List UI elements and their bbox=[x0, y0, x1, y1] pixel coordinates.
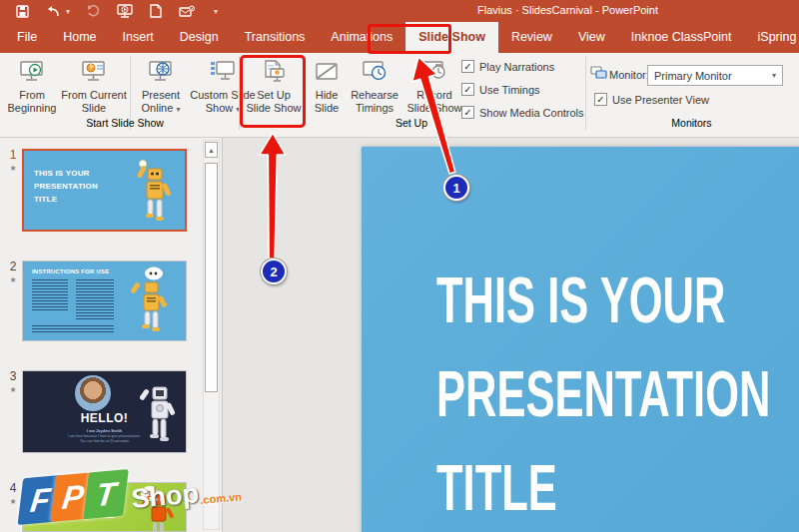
redo-icon[interactable] bbox=[87, 5, 100, 17]
use-presenter-view-label: Use Presenter View bbox=[612, 94, 709, 106]
present-online-icon bbox=[147, 57, 175, 87]
start-from-beginning-icon[interactable] bbox=[117, 4, 133, 18]
slide-1-number: 1 bbox=[6, 148, 20, 162]
text-placeholder bbox=[76, 279, 114, 319]
step-2-badge: 2 bbox=[261, 259, 287, 284]
rehearse-timings-button[interactable]: Rehearse Timings bbox=[346, 57, 403, 114]
use-timings-label: Use Timings bbox=[479, 84, 540, 96]
hide-slide-icon bbox=[314, 57, 340, 87]
monitor-dropdown-value: Primary Monitor bbox=[654, 70, 732, 82]
checkbox-icon: ✓ bbox=[461, 60, 474, 73]
slide-3-thumbnail[interactable]: HELLO! I am Jayden Smith I am here becau… bbox=[22, 370, 187, 453]
watermark-shop: Shop bbox=[130, 478, 200, 515]
step-1-badge: 1 bbox=[443, 175, 469, 201]
dropdown-caret-icon: ▾ bbox=[176, 105, 180, 114]
text-placeholder bbox=[32, 279, 68, 311]
transition-star-icon: ★ bbox=[6, 164, 20, 173]
set-up-slide-show-button[interactable]: Set Up Slide Show bbox=[245, 57, 303, 114]
slide-1-title: THIS IS YOURPRESENTATIONTITLE bbox=[34, 167, 98, 206]
play-narrations-label: Play Narrations bbox=[479, 61, 554, 73]
slide-3-number: 3 bbox=[6, 369, 20, 383]
present-online-label: Present Online ▾ bbox=[134, 89, 188, 114]
slide-2-thumbnail[interactable]: INSTRUCTIONS FOR USE bbox=[22, 261, 187, 341]
slide-2-title: INSTRUCTIONS FOR USE bbox=[32, 268, 109, 274]
robot-illustration bbox=[140, 381, 180, 453]
current-slide[interactable]: THIS IS YOUR PRESENTATION TITLE bbox=[362, 147, 799, 532]
group-label-monitors: Monitors bbox=[589, 117, 794, 129]
group-label-set-up: Set Up bbox=[240, 117, 583, 129]
ribbon-tabs: File Home Insert Design Transitions Anim… bbox=[0, 22, 799, 53]
tab-home[interactable]: Home bbox=[50, 22, 109, 53]
hide-slide-label: Hide Slide bbox=[308, 89, 346, 114]
rehearse-timings-label: Rehearse Timings bbox=[346, 89, 403, 114]
set-up-slide-show-icon bbox=[260, 57, 288, 87]
dropdown-caret-icon: ▾ bbox=[772, 71, 776, 80]
window-title: Flavius · SlidesCarnival - PowerPoint bbox=[477, 4, 658, 16]
tab-review[interactable]: Review bbox=[498, 22, 565, 53]
scrollbar-thumb[interactable] bbox=[205, 163, 218, 392]
slide-title[interactable]: THIS IS YOUR PRESENTATION TITLE bbox=[436, 254, 770, 532]
transition-star-icon: ★ bbox=[6, 497, 20, 506]
tab-transitions[interactable]: Transitions bbox=[232, 22, 319, 53]
tab-slide-show[interactable]: Slide Show bbox=[405, 22, 498, 53]
title-bar: ▾ ▾ Flavius · SlidesCarnival - PowerPoin… bbox=[0, 0, 799, 22]
new-document-icon[interactable] bbox=[150, 4, 162, 18]
tab-file[interactable]: File bbox=[4, 22, 50, 53]
save-icon[interactable] bbox=[16, 5, 29, 18]
from-beginning-icon bbox=[18, 57, 46, 87]
custom-slide-show-icon bbox=[209, 57, 237, 87]
undo-dropdown-icon[interactable]: ▾ bbox=[66, 7, 70, 16]
undo-icon[interactable] bbox=[46, 5, 61, 17]
play-narrations-checkbox[interactable]: ✓ Play Narrations bbox=[461, 60, 554, 73]
speaker-photo bbox=[75, 375, 111, 411]
present-online-button[interactable]: Present Online ▾ bbox=[134, 57, 188, 114]
from-current-slide-label: From Current Slide bbox=[60, 89, 128, 114]
set-up-slide-show-label: Set Up Slide Show bbox=[245, 89, 303, 114]
tab-design[interactable]: Design bbox=[167, 22, 232, 53]
tab-view[interactable]: View bbox=[565, 22, 618, 53]
hide-slide-button[interactable]: Hide Slide bbox=[308, 57, 346, 114]
monitor-label: Monitor: bbox=[609, 69, 649, 81]
record-slide-show-icon bbox=[420, 57, 448, 87]
slide-2-number: 2 bbox=[6, 260, 20, 273]
from-current-slide-icon bbox=[80, 57, 108, 87]
email-icon[interactable] bbox=[179, 5, 195, 18]
transition-star-icon: ★ bbox=[6, 275, 20, 284]
tab-animations[interactable]: Animations bbox=[318, 22, 405, 53]
robot-illustration bbox=[131, 157, 177, 231]
tab-ispring-suite[interactable]: iSpring Suite 11 bbox=[745, 22, 799, 53]
ribbon-divider bbox=[585, 56, 586, 130]
slide-1-thumbnail[interactable]: THIS IS YOURPRESENTATIONTITLE bbox=[22, 149, 187, 232]
tab-inknoe-classpoint[interactable]: Inknoe ClassPoint bbox=[618, 22, 745, 53]
monitor-icon bbox=[590, 66, 607, 85]
from-beginning-label: From Beginning bbox=[4, 89, 60, 114]
robot-illustration bbox=[130, 266, 174, 341]
quick-access-toolbar: ▾ ▾ bbox=[16, 0, 218, 22]
rehearse-timings-icon bbox=[361, 57, 389, 87]
use-presenter-view-checkbox[interactable]: ✓ Use Presenter View bbox=[594, 93, 709, 106]
footnote-placeholder bbox=[32, 325, 114, 332]
transition-star-icon: ★ bbox=[6, 385, 20, 394]
ribbon: From Beginning From Current Slide Presen… bbox=[0, 53, 799, 138]
watermark-letter-t: T bbox=[83, 469, 129, 519]
scroll-up-button[interactable]: ▲ bbox=[205, 142, 218, 158]
monitor-dropdown[interactable]: Primary Monitor ▾ bbox=[647, 65, 783, 86]
group-label-start-slide-show: Start Slide Show bbox=[10, 117, 240, 129]
checkbox-icon: ✓ bbox=[594, 93, 607, 106]
slide-canvas[interactable]: THIS IS YOUR PRESENTATION TITLE bbox=[224, 138, 799, 532]
use-timings-checkbox[interactable]: ✓ Use Timings bbox=[461, 83, 540, 96]
tab-insert[interactable]: Insert bbox=[110, 22, 167, 53]
from-current-slide-button[interactable]: From Current Slide bbox=[60, 57, 128, 114]
from-beginning-button[interactable]: From Beginning bbox=[4, 57, 60, 114]
customize-qat-icon[interactable]: ▾ bbox=[214, 7, 218, 16]
checkbox-icon: ✓ bbox=[461, 83, 474, 96]
